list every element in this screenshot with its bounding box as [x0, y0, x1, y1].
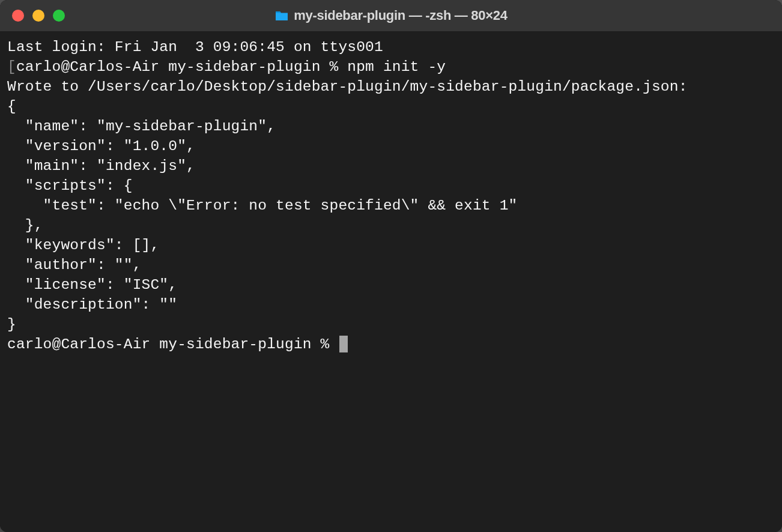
json-keywords: "keywords": [],	[7, 235, 775, 255]
json-scripts-open: "scripts": {	[7, 176, 775, 196]
cursor	[339, 336, 348, 352]
json-name: "name": "my-sidebar-plugin",	[7, 116, 775, 136]
json-version: "version": "1.0.0",	[7, 136, 775, 156]
maximize-button[interactable]	[53, 10, 65, 22]
json-test: "test": "echo \"Error: no test specified…	[7, 196, 775, 216]
title-container: my-sidebar-plugin — -zsh — 80×24	[0, 8, 782, 23]
bracket-open: [	[7, 59, 16, 75]
json-author: "author": "",	[7, 255, 775, 275]
title-bar[interactable]: my-sidebar-plugin — -zsh — 80×24	[0, 0, 782, 31]
json-main: "main": "index.js",	[7, 156, 775, 176]
prompt-1: carlo@Carlos-Air my-sidebar-plugin %	[16, 59, 347, 75]
traffic-lights	[0, 10, 65, 22]
window-title: my-sidebar-plugin — -zsh — 80×24	[294, 8, 507, 23]
last-login-line: Last login: Fri Jan 3 09:06:45 on ttys00…	[7, 37, 775, 57]
json-scripts-close: },	[7, 216, 775, 235]
command-line-2: carlo@Carlos-Air my-sidebar-plugin %	[7, 334, 775, 354]
json-open: {	[7, 97, 775, 116]
terminal-body[interactable]: Last login: Fri Jan 3 09:06:45 on ttys00…	[0, 31, 782, 532]
json-license: "license": "ISC",	[7, 275, 775, 295]
json-close: }	[7, 315, 775, 334]
command-line-1: [carlo@Carlos-Air my-sidebar-plugin % np…	[7, 57, 775, 77]
close-button[interactable]	[12, 10, 24, 22]
folder-icon	[274, 10, 289, 22]
output-line-1: Wrote to /Users/carlo/Desktop/sidebar-pl…	[7, 77, 775, 97]
command-1: npm init -y	[347, 59, 446, 75]
json-description: "description": ""	[7, 295, 775, 315]
terminal-window: my-sidebar-plugin — -zsh — 80×24 Last lo…	[0, 0, 782, 532]
minimize-button[interactable]	[32, 10, 44, 22]
prompt-2: carlo@Carlos-Air my-sidebar-plugin %	[7, 336, 338, 352]
